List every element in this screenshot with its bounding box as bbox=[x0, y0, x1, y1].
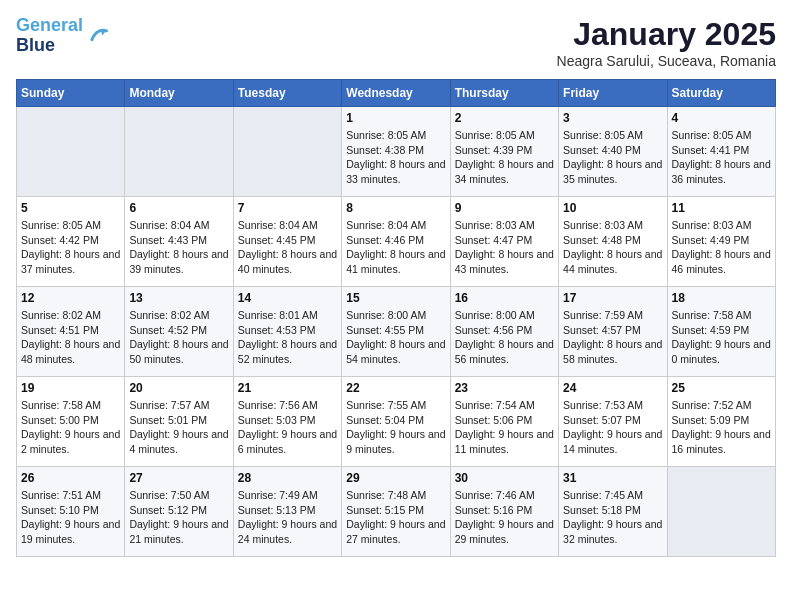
calendar-cell: 23Sunrise: 7:54 AMSunset: 5:06 PMDayligh… bbox=[450, 377, 558, 467]
day-number: 23 bbox=[455, 381, 554, 395]
calendar-cell bbox=[667, 467, 775, 557]
day-info: Sunrise: 8:05 AMSunset: 4:41 PMDaylight:… bbox=[672, 128, 771, 187]
day-number: 8 bbox=[346, 201, 445, 215]
day-info: Sunrise: 7:52 AMSunset: 5:09 PMDaylight:… bbox=[672, 398, 771, 457]
day-info: Sunrise: 8:03 AMSunset: 4:49 PMDaylight:… bbox=[672, 218, 771, 277]
logo-icon bbox=[86, 25, 108, 47]
calendar-cell: 25Sunrise: 7:52 AMSunset: 5:09 PMDayligh… bbox=[667, 377, 775, 467]
calendar-cell: 20Sunrise: 7:57 AMSunset: 5:01 PMDayligh… bbox=[125, 377, 233, 467]
day-info: Sunrise: 8:04 AMSunset: 4:45 PMDaylight:… bbox=[238, 218, 337, 277]
day-number: 4 bbox=[672, 111, 771, 125]
calendar-week-row: 5Sunrise: 8:05 AMSunset: 4:42 PMDaylight… bbox=[17, 197, 776, 287]
calendar-cell: 14Sunrise: 8:01 AMSunset: 4:53 PMDayligh… bbox=[233, 287, 341, 377]
day-number: 12 bbox=[21, 291, 120, 305]
calendar-cell: 26Sunrise: 7:51 AMSunset: 5:10 PMDayligh… bbox=[17, 467, 125, 557]
day-number: 20 bbox=[129, 381, 228, 395]
day-number: 30 bbox=[455, 471, 554, 485]
calendar-cell: 9Sunrise: 8:03 AMSunset: 4:47 PMDaylight… bbox=[450, 197, 558, 287]
day-number: 2 bbox=[455, 111, 554, 125]
calendar-week-row: 12Sunrise: 8:02 AMSunset: 4:51 PMDayligh… bbox=[17, 287, 776, 377]
calendar-cell: 22Sunrise: 7:55 AMSunset: 5:04 PMDayligh… bbox=[342, 377, 450, 467]
weekday-header: Friday bbox=[559, 80, 667, 107]
day-info: Sunrise: 7:58 AMSunset: 4:59 PMDaylight:… bbox=[672, 308, 771, 367]
day-number: 10 bbox=[563, 201, 662, 215]
day-info: Sunrise: 7:49 AMSunset: 5:13 PMDaylight:… bbox=[238, 488, 337, 547]
weekday-header: Wednesday bbox=[342, 80, 450, 107]
calendar-cell: 29Sunrise: 7:48 AMSunset: 5:15 PMDayligh… bbox=[342, 467, 450, 557]
day-info: Sunrise: 8:03 AMSunset: 4:48 PMDaylight:… bbox=[563, 218, 662, 277]
weekday-header: Saturday bbox=[667, 80, 775, 107]
day-number: 6 bbox=[129, 201, 228, 215]
calendar-week-row: 1Sunrise: 8:05 AMSunset: 4:38 PMDaylight… bbox=[17, 107, 776, 197]
calendar-cell: 11Sunrise: 8:03 AMSunset: 4:49 PMDayligh… bbox=[667, 197, 775, 287]
day-info: Sunrise: 8:01 AMSunset: 4:53 PMDaylight:… bbox=[238, 308, 337, 367]
page-header: GeneralBlue January 2025 Neagra Sarului,… bbox=[16, 16, 776, 69]
calendar-cell: 8Sunrise: 8:04 AMSunset: 4:46 PMDaylight… bbox=[342, 197, 450, 287]
calendar-cell bbox=[125, 107, 233, 197]
calendar-cell: 27Sunrise: 7:50 AMSunset: 5:12 PMDayligh… bbox=[125, 467, 233, 557]
calendar-cell: 19Sunrise: 7:58 AMSunset: 5:00 PMDayligh… bbox=[17, 377, 125, 467]
day-info: Sunrise: 8:03 AMSunset: 4:47 PMDaylight:… bbox=[455, 218, 554, 277]
calendar-cell: 24Sunrise: 7:53 AMSunset: 5:07 PMDayligh… bbox=[559, 377, 667, 467]
day-info: Sunrise: 8:00 AMSunset: 4:55 PMDaylight:… bbox=[346, 308, 445, 367]
day-number: 24 bbox=[563, 381, 662, 395]
day-info: Sunrise: 7:59 AMSunset: 4:57 PMDaylight:… bbox=[563, 308, 662, 367]
calendar-cell: 7Sunrise: 8:04 AMSunset: 4:45 PMDaylight… bbox=[233, 197, 341, 287]
day-number: 25 bbox=[672, 381, 771, 395]
calendar-cell: 30Sunrise: 7:46 AMSunset: 5:16 PMDayligh… bbox=[450, 467, 558, 557]
day-number: 17 bbox=[563, 291, 662, 305]
calendar-cell: 13Sunrise: 8:02 AMSunset: 4:52 PMDayligh… bbox=[125, 287, 233, 377]
day-number: 14 bbox=[238, 291, 337, 305]
calendar-cell: 16Sunrise: 8:00 AMSunset: 4:56 PMDayligh… bbox=[450, 287, 558, 377]
calendar-cell: 31Sunrise: 7:45 AMSunset: 5:18 PMDayligh… bbox=[559, 467, 667, 557]
calendar-week-row: 19Sunrise: 7:58 AMSunset: 5:00 PMDayligh… bbox=[17, 377, 776, 467]
day-number: 1 bbox=[346, 111, 445, 125]
day-number: 29 bbox=[346, 471, 445, 485]
calendar-cell: 5Sunrise: 8:05 AMSunset: 4:42 PMDaylight… bbox=[17, 197, 125, 287]
calendar-cell: 21Sunrise: 7:56 AMSunset: 5:03 PMDayligh… bbox=[233, 377, 341, 467]
calendar-cell: 2Sunrise: 8:05 AMSunset: 4:39 PMDaylight… bbox=[450, 107, 558, 197]
weekday-header: Thursday bbox=[450, 80, 558, 107]
day-number: 26 bbox=[21, 471, 120, 485]
calendar-table: SundayMondayTuesdayWednesdayThursdayFrid… bbox=[16, 79, 776, 557]
day-number: 22 bbox=[346, 381, 445, 395]
day-info: Sunrise: 7:51 AMSunset: 5:10 PMDaylight:… bbox=[21, 488, 120, 547]
day-info: Sunrise: 8:05 AMSunset: 4:39 PMDaylight:… bbox=[455, 128, 554, 187]
day-info: Sunrise: 7:56 AMSunset: 5:03 PMDaylight:… bbox=[238, 398, 337, 457]
header-row: SundayMondayTuesdayWednesdayThursdayFrid… bbox=[17, 80, 776, 107]
day-info: Sunrise: 8:05 AMSunset: 4:38 PMDaylight:… bbox=[346, 128, 445, 187]
logo-text: GeneralBlue bbox=[16, 16, 83, 56]
day-info: Sunrise: 8:04 AMSunset: 4:46 PMDaylight:… bbox=[346, 218, 445, 277]
location-subtitle: Neagra Sarului, Suceava, Romania bbox=[557, 53, 776, 69]
day-info: Sunrise: 7:50 AMSunset: 5:12 PMDaylight:… bbox=[129, 488, 228, 547]
day-info: Sunrise: 7:48 AMSunset: 5:15 PMDaylight:… bbox=[346, 488, 445, 547]
day-number: 7 bbox=[238, 201, 337, 215]
day-number: 31 bbox=[563, 471, 662, 485]
calendar-header: SundayMondayTuesdayWednesdayThursdayFrid… bbox=[17, 80, 776, 107]
day-info: Sunrise: 7:54 AMSunset: 5:06 PMDaylight:… bbox=[455, 398, 554, 457]
day-info: Sunrise: 7:55 AMSunset: 5:04 PMDaylight:… bbox=[346, 398, 445, 457]
calendar-cell: 28Sunrise: 7:49 AMSunset: 5:13 PMDayligh… bbox=[233, 467, 341, 557]
day-number: 3 bbox=[563, 111, 662, 125]
day-info: Sunrise: 7:45 AMSunset: 5:18 PMDaylight:… bbox=[563, 488, 662, 547]
calendar-cell: 17Sunrise: 7:59 AMSunset: 4:57 PMDayligh… bbox=[559, 287, 667, 377]
day-info: Sunrise: 7:53 AMSunset: 5:07 PMDaylight:… bbox=[563, 398, 662, 457]
day-info: Sunrise: 7:57 AMSunset: 5:01 PMDaylight:… bbox=[129, 398, 228, 457]
day-info: Sunrise: 8:00 AMSunset: 4:56 PMDaylight:… bbox=[455, 308, 554, 367]
day-info: Sunrise: 7:46 AMSunset: 5:16 PMDaylight:… bbox=[455, 488, 554, 547]
day-info: Sunrise: 8:04 AMSunset: 4:43 PMDaylight:… bbox=[129, 218, 228, 277]
calendar-cell bbox=[17, 107, 125, 197]
day-number: 18 bbox=[672, 291, 771, 305]
calendar-week-row: 26Sunrise: 7:51 AMSunset: 5:10 PMDayligh… bbox=[17, 467, 776, 557]
calendar-cell: 12Sunrise: 8:02 AMSunset: 4:51 PMDayligh… bbox=[17, 287, 125, 377]
calendar-body: 1Sunrise: 8:05 AMSunset: 4:38 PMDaylight… bbox=[17, 107, 776, 557]
weekday-header: Monday bbox=[125, 80, 233, 107]
calendar-cell: 3Sunrise: 8:05 AMSunset: 4:40 PMDaylight… bbox=[559, 107, 667, 197]
day-number: 13 bbox=[129, 291, 228, 305]
calendar-cell bbox=[233, 107, 341, 197]
day-info: Sunrise: 7:58 AMSunset: 5:00 PMDaylight:… bbox=[21, 398, 120, 457]
day-number: 5 bbox=[21, 201, 120, 215]
weekday-header: Tuesday bbox=[233, 80, 341, 107]
day-info: Sunrise: 8:02 AMSunset: 4:51 PMDaylight:… bbox=[21, 308, 120, 367]
logo: GeneralBlue bbox=[16, 16, 108, 56]
